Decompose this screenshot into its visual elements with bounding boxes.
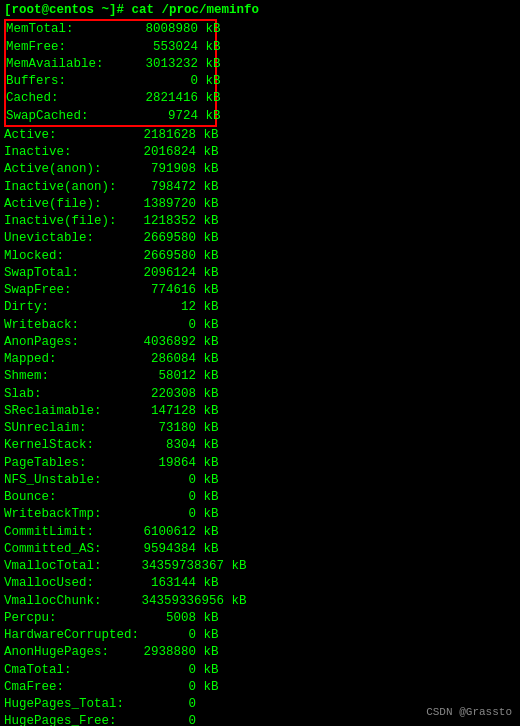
mem-free-row: MemFree:553024 kB — [6, 39, 215, 56]
sunreclaim-row: SUnreclaim:73180 kB — [4, 420, 516, 437]
sreclaimable-row: SReclaimable:147128 kB — [4, 403, 516, 420]
anonpages-row: AnonPages:4036892 kB — [4, 334, 516, 351]
watermark: CSDN @Grassto — [426, 706, 512, 718]
active-row: Active:2181628 kB — [4, 127, 516, 144]
percpu-row: Percpu:5008 kB — [4, 610, 516, 627]
terminal: [root@centos ~]# cat /proc/meminfo MemTo… — [0, 0, 520, 726]
slab-row: Slab:220308 kB — [4, 386, 516, 403]
vmallocchunk-row: VmallocChunk:34359336956 kB — [4, 593, 516, 610]
vmalloctotal-row: VmallocTotal:34359738367 kB — [4, 558, 516, 575]
cmafree-row: CmaFree:0 kB — [4, 679, 516, 696]
writeback-row: Writeback:0 kB — [4, 317, 516, 334]
hwcorrupted-row: HardwareCorrupted:0 kB — [4, 627, 516, 644]
unevictable-row: Unevictable:2669580 kB — [4, 230, 516, 247]
dirty-row: Dirty:12 kB — [4, 299, 516, 316]
writebacktmp-row: WritebackTmp:0 kB — [4, 506, 516, 523]
kernelstack-row: KernelStack:8304 kB — [4, 437, 516, 454]
mem-available-row: MemAvailable:3013232 kB — [6, 56, 215, 73]
mapped-row: Mapped:286084 kB — [4, 351, 516, 368]
shmem-row: Shmem:58012 kB — [4, 368, 516, 385]
buffers-row: Buffers:0 kB — [6, 73, 215, 90]
commitlimit-row: CommitLimit:6100612 kB — [4, 524, 516, 541]
nfs-unstable-row: NFS_Unstable:0 kB — [4, 472, 516, 489]
inactive-anon-row: Inactive(anon):798472 kB — [4, 179, 516, 196]
bounce-row: Bounce:0 kB — [4, 489, 516, 506]
inactive-row: Inactive:2016824 kB — [4, 144, 516, 161]
active-anon-row: Active(anon):791908 kB — [4, 161, 516, 178]
committed-as-row: Committed_AS:9594384 kB — [4, 541, 516, 558]
swap-cached-row: SwapCached:9724 kB — [6, 108, 215, 125]
swap-free-row: SwapFree:774616 kB — [4, 282, 516, 299]
active-file-row: Active(file):1389720 kB — [4, 196, 516, 213]
cmatotal-row: CmaTotal:0 kB — [4, 662, 516, 679]
prompt-line: [root@centos ~]# cat /proc/meminfo — [4, 2, 516, 19]
mem-total-row: MemTotal:8008980 kB — [6, 21, 215, 38]
anonhugepages-row: AnonHugePages:2938880 kB — [4, 644, 516, 661]
swap-total-row: SwapTotal:2096124 kB — [4, 265, 516, 282]
vmallocused-row: VmallocUsed:163144 kB — [4, 575, 516, 592]
pagetables-row: PageTables:19864 kB — [4, 455, 516, 472]
mlocked-row: Mlocked:2669580 kB — [4, 248, 516, 265]
cached-row: Cached:2821416 kB — [6, 90, 215, 107]
inactive-file-row: Inactive(file):1218352 kB — [4, 213, 516, 230]
